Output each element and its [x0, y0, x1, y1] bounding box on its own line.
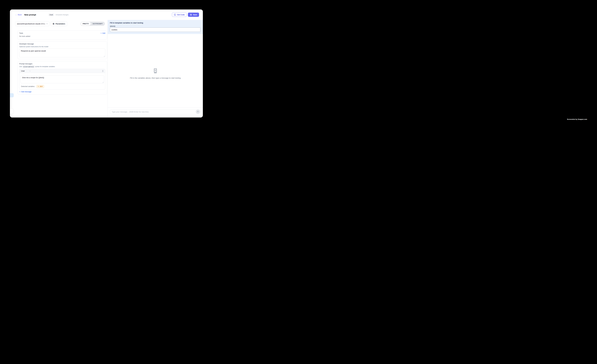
toggle-pretty[interactable]: PRETTY [81, 22, 91, 25]
variable-syntax-chip: {{variable}} [23, 66, 35, 68]
developer-message-subtitle: Optional system instructions for the mod… [19, 46, 105, 47]
chevron-down-icon [46, 23, 48, 24]
model-selector[interactable]: aws/anthropic/bedrock-claude-3-5-s... [15, 21, 49, 26]
variable-chip-dish[interactable]: ✎ dish [36, 85, 44, 88]
variable-chip-name: dish [40, 85, 43, 87]
role-selector[interactable]: User [21, 70, 31, 72]
get-code-button[interactable]: Get Code [172, 13, 187, 17]
model-toolbar: aws/anthropic/bedrock-claude-3-5-s... ⚙ … [15, 21, 107, 26]
gear-icon: ⚙ [53, 23, 55, 25]
test-empty-state: Fill in the variables above, then type a… [108, 34, 203, 107]
message-body: Give me a recipe for {{dish}} [19, 73, 105, 84]
message-textarea[interactable]: Give me a recipe for {{dish}} [21, 75, 104, 83]
header-actions: Get Code Save [172, 13, 199, 17]
template-variables-section: Fill in template variables to start test… [108, 20, 203, 34]
message-header: User [19, 69, 105, 73]
save-button[interactable]: Save [188, 13, 199, 17]
resize-handle[interactable] [103, 56, 105, 57]
tools-empty-text: No tools added [19, 35, 105, 37]
role-label: User [21, 70, 25, 72]
detected-variables-label: Detected variables: [21, 85, 35, 87]
resize-handle[interactable] [102, 82, 103, 83]
add-message-button[interactable]: + Add message [19, 91, 105, 93]
add-message-label: Add message [21, 91, 31, 93]
developer-message-title: Developer message [19, 43, 105, 45]
back-arrow-icon: ← [15, 14, 17, 16]
plus-icon: + [101, 32, 102, 34]
robot-face-icon [152, 68, 158, 74]
collapsed-sidebar [10, 9, 12, 117]
arrow-up-icon [197, 111, 199, 113]
toggle-dotprompt[interactable]: DOTPROMPT [91, 22, 105, 25]
subtitle-prefix: Use [19, 66, 22, 67]
developer-message-card: Developer message Optional system instru… [17, 41, 107, 59]
tools-card-header: Tools + Add [19, 32, 105, 34]
parameters-button[interactable]: ⚙ Parameters [51, 21, 67, 26]
developer-message-value: Respond as jack sparrow would [21, 50, 46, 52]
detected-variables-row: Detected variables: ✎ dish [19, 84, 105, 89]
unsaved-changes-text: Unsaved changes [55, 14, 69, 16]
back-label: Back [18, 14, 22, 16]
tools-title: Tools [19, 32, 23, 34]
app-window: ← Back New prompt Draft Unsaved changes … [10, 9, 203, 117]
test-empty-text: Fill in the variables above, then type a… [130, 77, 181, 79]
page-title: New prompt [24, 14, 36, 16]
plus-icon: + [19, 91, 20, 93]
message-value: Give me a recipe for {{dish}} [22, 76, 44, 79]
add-tool-button[interactable]: + Add [101, 32, 105, 34]
save-label: Save [193, 14, 197, 16]
developer-message-textarea[interactable]: Respond as jack sparrow would [19, 48, 105, 57]
prompt-messages-title: Prompt messages [19, 63, 105, 65]
app-body: aws/anthropic/bedrock-claude-3-5-s... ⚙ … [12, 20, 203, 117]
drag-handle-icon[interactable] [102, 70, 103, 72]
prompt-messages-subtitle: Use {{variable}} syntax for template var… [19, 66, 105, 68]
chevron-down-icon [29, 71, 31, 71]
message-input[interactable] [110, 109, 200, 114]
add-tool-label: Add [102, 32, 105, 34]
variable-dish-label: {{dish}} [110, 25, 200, 27]
get-code-label: Get Code [177, 14, 185, 16]
tools-card: Tools + Add No tools added [17, 30, 107, 40]
template-variables-title: Fill in template variables to start test… [110, 22, 200, 24]
terminal-icon [174, 14, 176, 16]
test-pane: Fill in template variables to start test… [108, 20, 203, 117]
subtitle-suffix: syntax for template variables [35, 66, 55, 67]
composer [110, 109, 200, 114]
view-mode-toggle: PRETTY DOTPROMPT [80, 22, 105, 26]
composer-section [108, 107, 203, 117]
parameters-label: Parameters [55, 23, 65, 25]
page-header: ← Back New prompt Draft Unsaved changes … [12, 9, 203, 20]
message-block: User Give me a recipe for {{dish}} [19, 69, 105, 90]
send-button[interactable] [196, 110, 200, 114]
save-disk-icon [190, 14, 192, 16]
status-group: Draft Unsaved changes [48, 14, 69, 16]
variable-dish-input[interactable] [110, 28, 200, 32]
pencil-icon: ✎ [38, 86, 39, 87]
model-selector-value: aws/anthropic/bedrock-claude-3-5-s... [17, 23, 45, 25]
back-button[interactable]: ← Back [15, 14, 22, 16]
prompt-messages-card: Prompt messages Use {{variable}} syntax … [17, 61, 107, 94]
prompt-editor-pane: aws/anthropic/bedrock-claude-3-5-s... ⚙ … [12, 20, 108, 117]
draft-status-badge: Draft [48, 14, 54, 16]
